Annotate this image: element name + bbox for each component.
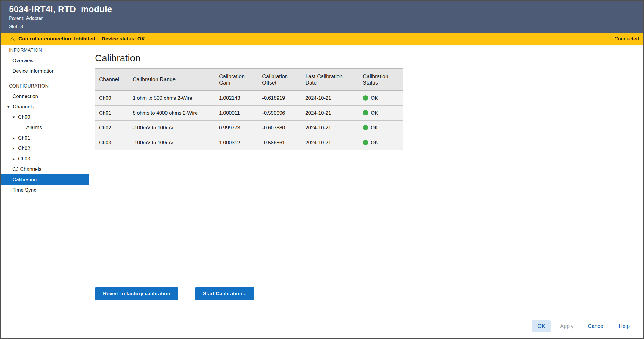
sidebar-item-label: CJ Channels bbox=[12, 166, 41, 172]
status-text: OK bbox=[371, 125, 378, 131]
section-information: INFORMATION bbox=[1, 45, 89, 55]
sidebar-item-label: Channels bbox=[13, 104, 34, 110]
sidebar-item-ch03[interactable]: ▸ Ch03 bbox=[1, 154, 89, 164]
sidebar-item-cj-channels[interactable]: CJ Channels bbox=[1, 164, 89, 174]
section-configuration: CONFIGURATION bbox=[1, 81, 89, 91]
slot-label: Slot: bbox=[9, 24, 18, 29]
sidebar-item-label: Ch01 bbox=[18, 135, 30, 141]
connection-state: Connected bbox=[615, 36, 639, 42]
apply-button[interactable]: Apply bbox=[555, 320, 578, 332]
content-title: Calibration bbox=[95, 52, 643, 64]
chevron-right-icon[interactable]: ▸ bbox=[13, 136, 18, 140]
cell-gain: 1.000011 bbox=[215, 106, 258, 121]
sidebar-item-label: Alarms bbox=[26, 125, 42, 131]
cell-channel: Ch02 bbox=[95, 121, 129, 135]
page-title: 5034-IRT4I, RTD_module bbox=[9, 4, 643, 14]
status-ok-icon bbox=[363, 140, 368, 145]
revert-to-factory-calibration-button[interactable]: Revert to factory calibration bbox=[95, 287, 178, 300]
slot-value: 8 bbox=[20, 24, 23, 29]
sidebar-item-label: Overview bbox=[12, 58, 34, 64]
cell-channel: Ch00 bbox=[95, 91, 129, 106]
help-button[interactable]: Help bbox=[614, 320, 634, 332]
chevron-right-icon[interactable]: ▸ bbox=[13, 146, 18, 151]
sidebar-item-label: Ch03 bbox=[18, 156, 30, 162]
status-ok-icon bbox=[363, 95, 368, 101]
col-calibration-range: Calibration Range bbox=[129, 69, 215, 91]
sidebar-item-ch00[interactable]: ▾ Ch00 bbox=[1, 112, 89, 122]
sidebar-item-device-information[interactable]: Device Information bbox=[1, 66, 89, 76]
sidebar-item-label: Connection bbox=[12, 93, 38, 99]
device-status: Device status: OK bbox=[102, 36, 145, 42]
cell-date: 2024-10-21 bbox=[301, 91, 359, 106]
cell-status: OK bbox=[359, 106, 403, 121]
status-ok-icon bbox=[363, 110, 368, 115]
controller-connection-status: Controller connection: Inhibited bbox=[18, 36, 95, 42]
sidebar-item-alarms[interactable]: Alarms bbox=[1, 122, 89, 133]
parent-label: Parent: bbox=[9, 16, 24, 21]
table-row: Ch00 1 ohm to 500 ohms 2-Wire 1.002143 -… bbox=[95, 91, 403, 106]
slot-line: Slot:8 bbox=[9, 24, 643, 30]
parent-value: Adapter bbox=[26, 16, 43, 21]
cell-date: 2024-10-21 bbox=[301, 121, 359, 135]
status-text: OK bbox=[371, 95, 378, 101]
sidebar-item-time-sync[interactable]: Time Sync bbox=[1, 185, 89, 195]
col-calibration-gain: Calibration Gain bbox=[215, 69, 258, 91]
cell-offset: -0.607880 bbox=[258, 121, 301, 135]
sidebar-item-ch02[interactable]: ▸ Ch02 bbox=[1, 143, 89, 154]
cell-range: -100mV to 100mV bbox=[129, 135, 215, 150]
table-row: Ch02 -100mV to 100mV 0.999773 -0.607880 … bbox=[95, 121, 403, 135]
ok-button[interactable]: OK bbox=[532, 320, 551, 332]
col-channel: Channel bbox=[95, 69, 129, 91]
cancel-button[interactable]: Cancel bbox=[583, 320, 609, 332]
cell-range: 8 ohms to 4000 ohms 2-Wire bbox=[129, 106, 215, 121]
status-text: OK bbox=[371, 140, 378, 146]
calibration-table: Channel Calibration Range Calibration Ga… bbox=[95, 68, 403, 150]
col-calibration-status: Calibration Status bbox=[359, 69, 403, 91]
sidebar-nav: INFORMATION Overview Device Information … bbox=[1, 45, 89, 314]
chevron-right-icon[interactable]: ▸ bbox=[13, 157, 18, 161]
sidebar-item-label: Ch02 bbox=[18, 146, 30, 151]
table-row: Ch03 -100mV to 100mV 1.000312 -0.586861 … bbox=[95, 135, 403, 150]
action-buttons: Revert to factory calibration Start Cali… bbox=[95, 287, 254, 300]
content-panel: Calibration Channel Calibration Range Ca… bbox=[89, 45, 643, 314]
cell-offset: -0.618919 bbox=[258, 91, 301, 106]
col-calibration-offset: Calibration Offset bbox=[258, 69, 301, 91]
table-header-row: Channel Calibration Range Calibration Ga… bbox=[95, 69, 403, 91]
cell-status: OK bbox=[359, 135, 403, 150]
status-text: OK bbox=[371, 110, 378, 116]
chevron-down-icon[interactable]: ▾ bbox=[7, 104, 13, 109]
cell-range: -100mV to 100mV bbox=[129, 121, 215, 135]
sidebar-item-label: Device Information bbox=[12, 68, 55, 74]
sidebar-item-ch01[interactable]: ▸ Ch01 bbox=[1, 133, 89, 143]
sidebar-item-label: Calibration bbox=[12, 177, 37, 183]
cell-date: 2024-10-21 bbox=[301, 106, 359, 121]
chevron-down-icon[interactable]: ▾ bbox=[13, 115, 18, 119]
sidebar-item-label: Ch00 bbox=[18, 114, 30, 120]
status-ok-icon bbox=[363, 125, 368, 130]
parent-line: Parent:Adapter bbox=[9, 15, 643, 21]
cell-gain: 1.000312 bbox=[215, 135, 258, 150]
sidebar-item-channels[interactable]: ▾ Channels bbox=[1, 101, 89, 112]
main-area: INFORMATION Overview Device Information … bbox=[1, 45, 643, 314]
cell-channel: Ch03 bbox=[95, 135, 129, 150]
cell-channel: Ch01 bbox=[95, 106, 129, 121]
sidebar-item-connection[interactable]: Connection bbox=[1, 91, 89, 101]
warning-icon: ⚠ bbox=[10, 36, 15, 42]
sidebar-item-overview[interactable]: Overview bbox=[1, 55, 89, 66]
col-last-calibration-date: Last Calibration Date bbox=[301, 69, 359, 91]
cell-status: OK bbox=[359, 91, 403, 106]
cell-date: 2024-10-21 bbox=[301, 135, 359, 150]
cell-offset: -0.590096 bbox=[258, 106, 301, 121]
status-bar: ⚠ Controller connection: Inhibited Devic… bbox=[1, 33, 643, 45]
sidebar-item-calibration[interactable]: Calibration bbox=[1, 174, 89, 185]
module-properties-window: 5034-IRT4I, RTD_module Parent:Adapter Sl… bbox=[0, 0, 644, 339]
header: 5034-IRT4I, RTD_module Parent:Adapter Sl… bbox=[1, 1, 643, 33]
cell-range: 1 ohm to 500 ohms 2-Wire bbox=[129, 91, 215, 106]
sidebar-item-label: Time Sync bbox=[12, 187, 36, 193]
cell-gain: 1.002143 bbox=[215, 91, 258, 106]
start-calibration-button[interactable]: Start Calibration... bbox=[195, 287, 254, 300]
cell-offset: -0.586861 bbox=[258, 135, 301, 150]
table-row: Ch01 8 ohms to 4000 ohms 2-Wire 1.000011… bbox=[95, 106, 403, 121]
footer-bar: OK Apply Cancel Help bbox=[1, 314, 643, 338]
cell-status: OK bbox=[359, 121, 403, 135]
